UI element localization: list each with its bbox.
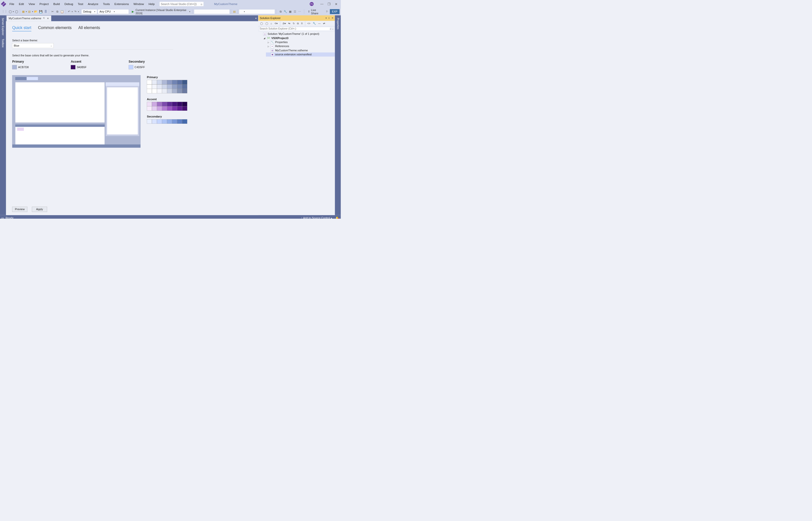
palette-cell[interactable] — [172, 102, 177, 107]
paste-button[interactable]: 📋 — [60, 9, 64, 14]
window-restore-button[interactable]: ❐ — [326, 1, 333, 6]
menu-file[interactable]: File — [7, 2, 17, 6]
layout-icon-3[interactable]: ☷ — [293, 9, 297, 14]
palette-cell[interactable] — [162, 80, 167, 85]
primary-swatch[interactable] — [12, 65, 17, 69]
live-share-button[interactable]: ⇪ Live Share — [306, 8, 324, 15]
platform-dropdown[interactable]: Any CPU▾ — [98, 9, 129, 14]
sol-back-icon[interactable]: ◯ — [260, 22, 264, 25]
rail-toolbox[interactable]: Toolbox — [1, 37, 5, 49]
feedback-button[interactable]: ⚐ — [325, 9, 329, 14]
palette-cell[interactable] — [172, 85, 177, 89]
apply-button[interactable]: Apply — [32, 207, 47, 212]
palette-cell[interactable] — [157, 89, 162, 93]
accent-swatch[interactable] — [71, 65, 75, 69]
menu-test[interactable]: Test — [75, 2, 85, 6]
menu-help[interactable]: Help — [146, 2, 157, 6]
menu-tools[interactable]: Tools — [101, 2, 112, 6]
layout-icon-1[interactable]: ⧉ — [279, 9, 283, 14]
palette-cell[interactable] — [147, 119, 152, 124]
palette-cell[interactable] — [182, 80, 187, 85]
solution-explorer-search-input[interactable] — [260, 27, 330, 30]
palette-cell[interactable] — [162, 119, 167, 124]
menu-view[interactable]: View — [26, 2, 37, 6]
palette-cell[interactable] — [157, 85, 162, 89]
palette-cell[interactable] — [157, 80, 162, 85]
redo-button[interactable]: ↷ — [73, 9, 78, 14]
new-project-button[interactable]: ▦ — [21, 9, 26, 14]
palette-cell[interactable] — [152, 102, 157, 107]
palette-cell[interactable] — [152, 89, 157, 93]
menu-project[interactable]: Project — [37, 2, 51, 6]
nav-forward-button[interactable]: ◯ — [14, 9, 19, 14]
palette-cell[interactable] — [172, 89, 177, 93]
palette-cell[interactable] — [152, 119, 157, 124]
sol-refresh-icon[interactable]: ↻ — [292, 22, 295, 25]
palette-cell[interactable] — [152, 85, 157, 89]
rail-server-explorer[interactable]: Server Explorer — [1, 16, 5, 37]
cut-button[interactable]: ✂ — [50, 9, 54, 14]
palette-cell[interactable] — [172, 80, 177, 85]
palette-cell[interactable] — [152, 106, 157, 111]
palette-cell[interactable] — [167, 119, 172, 124]
palette-cell[interactable] — [182, 119, 187, 124]
menu-extensions[interactable]: Extensions — [112, 2, 131, 6]
layout-icon-4[interactable]: ⋯ — [298, 9, 302, 14]
menu-debug[interactable]: Debug — [62, 2, 75, 6]
tree-references-node[interactable]: ▷▪▪ References — [266, 44, 335, 48]
tree-project-node[interactable]: ◢C# VSIXProject3 — [262, 36, 335, 40]
solution-explorer-title-bar[interactable]: Solution Explorer ▾ ⇩ ✕ — [258, 15, 335, 21]
wrench-icon[interactable]: 🔧 — [283, 9, 288, 14]
theme-select-dropdown[interactable]: Blue ⌄ — [12, 43, 53, 48]
palette-cell[interactable] — [167, 80, 172, 85]
exp-button[interactable]: EXP — [330, 9, 339, 14]
global-search-input[interactable] — [161, 2, 201, 5]
palette-cell[interactable] — [177, 80, 182, 85]
palette-cell[interactable] — [177, 106, 182, 111]
palette-cell[interactable] — [162, 85, 167, 89]
panel-dropdown-icon[interactable]: ▾ — [326, 17, 327, 20]
sol-showall-icon[interactable]: ⧉ — [297, 22, 300, 25]
preview-button[interactable]: Preview — [12, 207, 27, 212]
palette-cell[interactable] — [167, 85, 172, 89]
tree-solution-node[interactable]: ◫ Solution 'MyCustomTheme' (1 of 1 proje… — [258, 32, 335, 36]
tree-manifest-file[interactable]: ▣ source.extension.vsixmanifest — [266, 52, 335, 56]
menu-analyze[interactable]: Analyze — [85, 2, 101, 6]
palette-cell[interactable] — [162, 102, 167, 107]
palette-cell[interactable] — [177, 85, 182, 89]
config-dropdown[interactable]: Debug▾ — [82, 9, 97, 14]
menu-edit[interactable]: Edit — [17, 2, 26, 6]
user-avatar[interactable]: PJ — [310, 2, 314, 6]
sol-copy-icon[interactable]: ⎘ — [301, 22, 303, 25]
sol-home-icon[interactable]: ⌂ — [270, 22, 273, 25]
palette-cell[interactable] — [177, 119, 182, 124]
global-search[interactable]: ⌕ — [159, 2, 203, 6]
save-button[interactable]: 💾 — [39, 9, 43, 14]
close-tab-button[interactable]: ✕ — [47, 17, 49, 20]
open-file-button[interactable]: 📂 — [34, 9, 38, 14]
find-in-files-combo[interactable] — [194, 9, 229, 14]
palette-cell[interactable] — [152, 80, 157, 85]
undo-button[interactable]: ↶ — [67, 9, 71, 14]
start-debug-button[interactable]: ▶ Current Instance [Visual Studio Enterp… — [129, 8, 191, 15]
tab-common-elements[interactable]: Common elements — [38, 26, 72, 31]
tab-quick-start[interactable]: Quick start — [12, 26, 31, 31]
palette-cell[interactable] — [182, 106, 187, 111]
palette-cell[interactable] — [157, 102, 162, 107]
tool-icon-1[interactable]: ▤ — [232, 9, 236, 14]
sol-filter-icon[interactable]: ◔▾ — [282, 22, 287, 25]
palette-cell[interactable] — [177, 102, 182, 107]
nav-back-button[interactable]: ◯ — [8, 9, 13, 14]
palette-cell[interactable] — [172, 106, 177, 111]
window-minimize-button[interactable]: — — [318, 1, 326, 6]
document-tab[interactable]: MyCustomTheme.vstheme ⇱ ✕ — [6, 16, 51, 21]
menu-build[interactable]: Build — [51, 2, 62, 6]
palette-cell[interactable] — [167, 102, 172, 107]
palette-cell[interactable] — [182, 89, 187, 93]
sol-dash-icon[interactable]: — — [317, 22, 321, 25]
panel-close-icon[interactable]: ✕ — [332, 17, 334, 20]
tab-all-elements[interactable]: All elements — [78, 26, 100, 31]
menu-window[interactable]: Window — [131, 2, 146, 6]
rail-properties[interactable]: Properties — [336, 16, 340, 31]
palette-cell[interactable] — [182, 85, 187, 89]
